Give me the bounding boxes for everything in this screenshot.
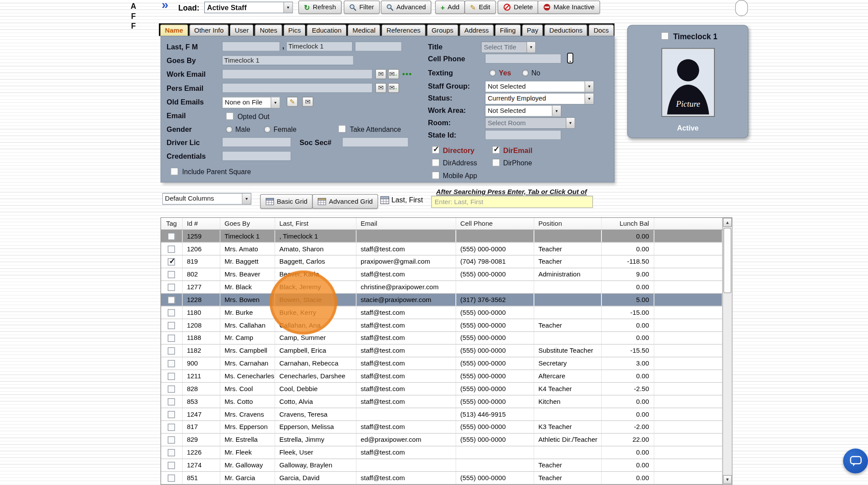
table-row[interactable]: 817Mrs. EppersonEpperson, Melissastaff@t… [161,420,722,433]
middle-name-input[interactable] [355,41,402,52]
column-header-last-first[interactable]: Last, First [274,218,356,229]
soc-sec-input[interactable] [342,137,409,147]
row-tag-checkbox[interactable] [168,423,175,430]
row-tag-checkbox[interactable] [168,462,175,469]
texting-yes-radio[interactable] [489,70,496,76]
pers-email-send-button[interactable]: ✉→ [388,83,399,93]
table-row[interactable]: 802Mrs. BeaverBeaver, Karlastaff@test.co… [161,268,722,280]
include-parent-square-checkbox[interactable] [170,168,178,175]
column-header-position[interactable]: Position [534,218,601,229]
table-row[interactable]: 1274Mr. GallowayGalloway, BraylenTeacher… [161,459,722,471]
table-row[interactable]: 851Mr. GarciaGarcia, Davidstaff@test.com… [161,471,722,484]
grid-scrollbar[interactable]: ▲ ▼ [722,218,732,485]
photo-checkbox[interactable] [661,32,669,40]
female-radio[interactable] [264,126,271,133]
row-tag-checkbox[interactable] [168,436,175,443]
row-tag-checkbox[interactable] [168,271,175,278]
column-header-email[interactable]: Email [356,218,456,229]
advanced-grid-button[interactable]: Advanced Grid [312,194,379,209]
column-header-lunch-bal[interactable]: Lunch Bal [601,218,654,229]
cell-phone-input[interactable] [485,54,561,64]
row-tag-checkbox[interactable] [168,233,175,240]
load-select[interactable]: Active Staff ▼ [204,2,293,13]
work-email-input[interactable] [222,69,372,79]
first-name-input[interactable] [286,41,353,52]
scroll-thumb[interactable] [724,228,732,293]
tab-medical[interactable]: Medical [348,24,380,36]
name-search-input[interactable] [431,196,593,208]
status-select[interactable]: Currently Employed ▼ [485,93,594,104]
tab-name[interactable]: Name [160,24,188,36]
state-id-input[interactable] [485,130,561,140]
refresh-button[interactable]: ↻ Refresh [298,0,342,14]
row-tag-checkbox[interactable] [168,385,175,392]
row-tag-checkbox[interactable] [168,246,175,253]
table-row[interactable]: 819Mr. BaggettBaggett, Carlospraxipower@… [161,255,722,268]
row-tag-checkbox[interactable] [168,347,175,354]
filter-button[interactable]: Filter [344,0,380,14]
dirphone-checkbox[interactable] [492,159,500,167]
row-tag-checkbox[interactable] [168,258,175,265]
male-radio[interactable] [226,126,233,133]
mobile-app-checkbox[interactable] [432,172,440,179]
scroll-up-button[interactable]: ▲ [723,218,732,227]
old-emails-edit-button[interactable]: ✎ [287,97,298,107]
tab-references[interactable]: References [382,24,426,36]
advanced-button[interactable]: Advanced [381,0,432,14]
tab-groups[interactable]: Groups [427,24,458,36]
row-tag-checkbox[interactable] [168,284,175,291]
old-emails-mail-button[interactable]: ✉ [302,97,313,107]
tab-pay[interactable]: Pay [522,24,543,36]
table-row[interactable]: 1206Mrs. AmatoAmato, Sharonstaff@test.co… [161,242,722,255]
tab-docs[interactable]: Docs [589,24,614,36]
row-tag-checkbox[interactable] [168,474,175,481]
row-tag-checkbox[interactable] [168,398,175,405]
directory-checkbox[interactable] [432,146,440,154]
pers-email-input[interactable] [222,83,372,93]
table-row[interactable]: 900Mrs. CarnahanCarnahan, Rebeccastaff@t… [161,357,722,369]
room-select[interactable]: Select Room ▼ [485,117,575,129]
table-row[interactable]: 1182Mrs. CampbellCampbell, Ericastaff@te… [161,344,722,357]
old-emails-select[interactable]: None on File ▼ [222,97,280,108]
pers-email-mail-button[interactable]: ✉ [376,83,387,93]
opted-out-checkbox[interactable] [226,112,234,120]
goes-by-input[interactable] [222,55,354,65]
table-row[interactable]: 853Ms. CottoCotto, Alviastaff@test.com(5… [161,395,722,408]
column-header-tag[interactable]: Tag [161,218,182,229]
table-row[interactable]: 1277Mr. BlackBlack, Jeremychristine@prax… [161,280,722,293]
column-header-goes-by[interactable]: Goes By [220,218,274,229]
expand-chevrons-icon[interactable]: » [162,0,168,12]
title-select[interactable]: Select Title ▼ [481,41,536,53]
table-row[interactable]: 1247Mrs. CravensCravens, Teresa(513) 446… [161,408,722,421]
basic-grid-button[interactable]: Basic Grid [260,194,313,209]
work-email-send-button[interactable]: ✉→ [388,69,399,79]
work-area-select[interactable]: Not Selected ▼ [485,105,561,116]
work-email-mail-button[interactable]: ✉ [376,69,387,79]
add-button[interactable]: + Add [435,0,465,14]
tab-filing[interactable]: Filing [495,24,521,36]
row-tag-checkbox[interactable] [168,296,175,303]
tab-notes[interactable]: Notes [255,24,282,36]
chat-dots-icon[interactable] [402,73,411,75]
table-row[interactable]: 1211Ms. CenecharlesCenecharles, Darshees… [161,369,722,382]
delete-button[interactable]: Delete [498,0,538,14]
row-tag-checkbox[interactable] [168,373,175,380]
scroll-down-button[interactable]: ▼ [723,475,732,484]
column-header-id[interactable]: Id # [182,218,220,229]
chat-widget-button[interactable] [843,448,868,473]
table-row[interactable]: 1208Mrs. CallahanCallahan, Anastaff@test… [161,319,722,332]
columns-select[interactable]: Default Columns ▼ [162,193,252,205]
table-row[interactable]: 1226Mr. FleekFleek, Userstaff@test.com0.… [161,446,722,459]
tab-pics[interactable]: Pics [283,24,306,36]
take-attendance-checkbox[interactable] [338,125,346,133]
edit-button[interactable]: ✎ Edit [464,0,496,14]
tab-user[interactable]: User [230,24,254,36]
tab-other-info[interactable]: Other Info [189,24,229,36]
row-tag-checkbox[interactable] [168,411,175,418]
tab-deductions[interactable]: Deductions [545,24,588,36]
page-scrollbar-thumb[interactable] [735,0,748,16]
table-row[interactable]: 1228Mrs. BowenBowen, Staciestacie@praxip… [161,293,722,306]
row-tag-checkbox[interactable] [168,309,175,316]
tab-address[interactable]: Address [459,24,494,36]
table-row[interactable]: 828Mrs. CoolCool, Debbiestaff@test.com(5… [161,382,722,395]
